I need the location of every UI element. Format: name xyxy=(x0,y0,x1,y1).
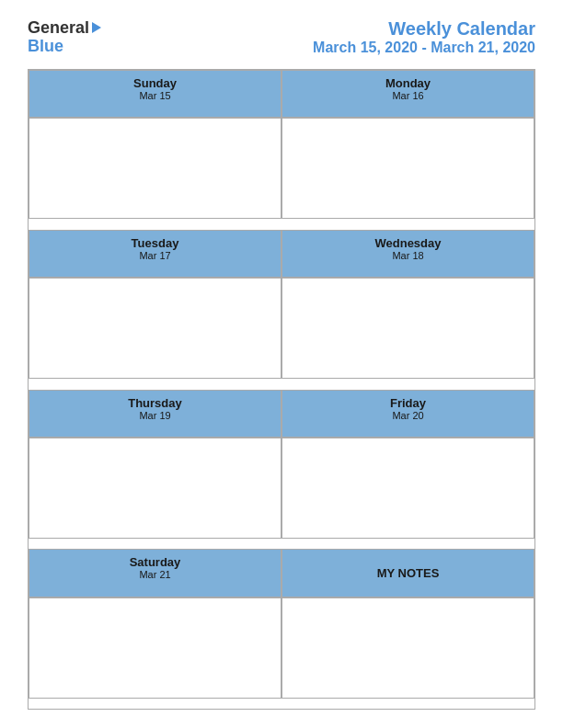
sunday-name: Sunday xyxy=(33,76,277,90)
row-thu-fri-cells xyxy=(29,438,534,549)
friday-date: Mar 20 xyxy=(286,410,530,421)
thursday-name: Thursday xyxy=(33,396,277,410)
sunday-header: Sunday Mar 15 xyxy=(29,70,282,118)
row-tue-wed-cells xyxy=(29,278,534,389)
row-tue-wed-header: Tuesday Mar 17 Wednesday Mar 18 xyxy=(29,230,534,278)
row-thu-fri-header: Thursday Mar 19 Friday Mar 20 xyxy=(29,390,534,438)
thursday-cell[interactable] xyxy=(29,438,282,539)
date-range: March 15, 2020 - March 21, 2020 xyxy=(313,40,535,56)
monday-cell[interactable] xyxy=(282,118,534,219)
friday-cell[interactable] xyxy=(282,438,534,539)
row-sun-mon-header: Sunday Mar 15 Monday Mar 16 xyxy=(29,70,534,118)
wednesday-cell[interactable] xyxy=(282,278,534,379)
saturday-name: Saturday xyxy=(33,555,277,569)
my-notes-header: MY NOTES xyxy=(282,549,534,597)
page: General Blue Weekly Calendar March 15, 2… xyxy=(0,0,563,728)
header-title: Weekly Calendar March 15, 2020 - March 2… xyxy=(313,18,535,56)
saturday-date: Mar 21 xyxy=(33,569,277,580)
notes-label: MY NOTES xyxy=(377,566,440,580)
tuesday-cell[interactable] xyxy=(29,278,282,379)
header: General Blue Weekly Calendar March 15, 2… xyxy=(28,18,535,56)
logo: General Blue xyxy=(28,18,101,56)
row-sat-notes-header: Saturday Mar 21 MY NOTES xyxy=(29,549,534,597)
sunday-date: Mar 15 xyxy=(33,90,277,101)
logo-triangle-icon xyxy=(92,22,101,33)
row-sat-notes-cells xyxy=(29,597,534,709)
monday-name: Monday xyxy=(286,76,530,90)
notes-cell[interactable] xyxy=(282,597,534,699)
logo-blue-text: Blue xyxy=(28,38,63,56)
row-sun-mon-cells xyxy=(29,118,534,229)
friday-name: Friday xyxy=(286,396,530,410)
monday-header: Monday Mar 16 xyxy=(282,70,534,118)
wednesday-name: Wednesday xyxy=(286,236,530,250)
sunday-cell[interactable] xyxy=(29,118,282,219)
calendar: Sunday Mar 15 Monday Mar 16 Tuesday Mar … xyxy=(28,69,535,710)
calendar-title: Weekly Calendar xyxy=(313,18,535,40)
saturday-cell[interactable] xyxy=(29,597,282,699)
tuesday-header: Tuesday Mar 17 xyxy=(29,230,282,278)
wednesday-header: Wednesday Mar 18 xyxy=(282,230,534,278)
logo-general-text: General xyxy=(28,18,89,38)
tuesday-name: Tuesday xyxy=(33,236,277,250)
thursday-header: Thursday Mar 19 xyxy=(29,390,282,438)
wednesday-date: Mar 18 xyxy=(286,250,530,261)
tuesday-date: Mar 17 xyxy=(33,250,277,261)
monday-date: Mar 16 xyxy=(286,90,530,101)
friday-header: Friday Mar 20 xyxy=(282,390,534,438)
saturday-header: Saturday Mar 21 xyxy=(29,549,282,597)
thursday-date: Mar 19 xyxy=(33,410,277,421)
